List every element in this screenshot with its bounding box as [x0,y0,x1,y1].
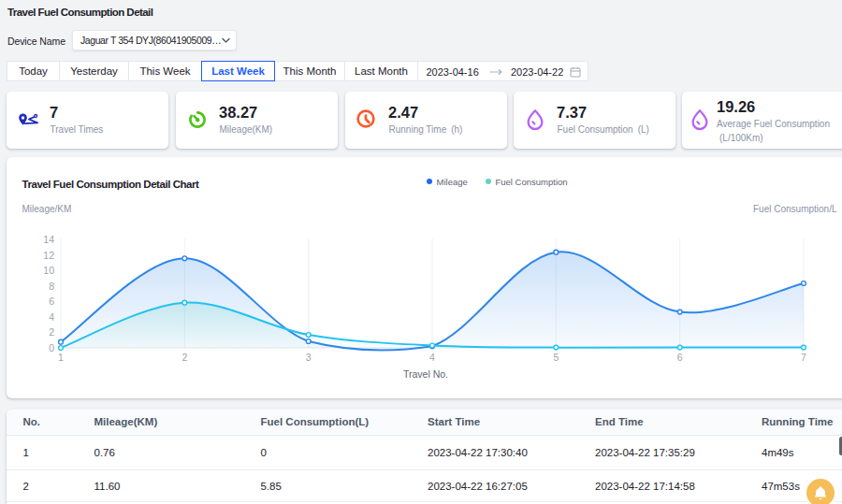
svg-text:4: 4 [49,311,54,323]
svg-text:3: 3 [306,352,312,363]
svg-text:1: 1 [58,352,64,363]
svg-text:10: 10 [43,265,54,276]
svg-text:12: 12 [43,250,54,261]
svg-text:4: 4 [429,352,435,363]
svg-text:2: 2 [49,326,54,338]
svg-text:6: 6 [49,295,54,307]
svg-text:0: 0 [49,342,54,353]
svg-text:Travel No.: Travel No. [403,368,448,380]
svg-text:2: 2 [181,352,187,363]
svg-text:8: 8 [49,281,54,292]
svg-text:6: 6 [677,352,683,363]
svg-text:14: 14 [43,234,54,245]
svg-text:5: 5 [553,352,559,363]
svg-text:7: 7 [801,352,806,363]
